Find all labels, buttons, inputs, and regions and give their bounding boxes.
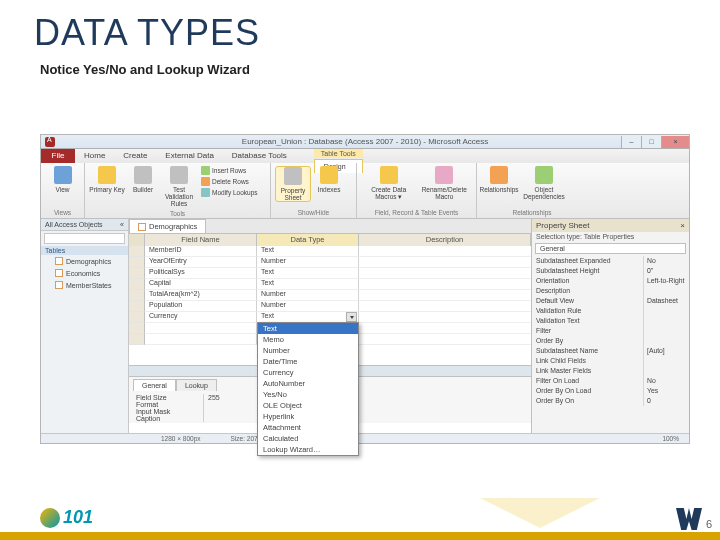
tab-file[interactable]: File <box>41 149 75 163</box>
maximize-button[interactable]: □ <box>641 136 661 148</box>
property-row[interactable]: Order By On LoadYes <box>532 386 689 396</box>
tab-create[interactable]: Create <box>114 149 156 163</box>
test-validation-button[interactable]: Test Validation Rules <box>161 166 197 207</box>
indexes-button[interactable]: Indexes <box>311 166 347 193</box>
nav-section-tables[interactable]: Tables <box>41 246 128 255</box>
description-cell[interactable] <box>359 290 531 301</box>
row-selector[interactable] <box>129 312 145 323</box>
close-button[interactable]: × <box>661 136 689 148</box>
document-tab-demographics[interactable]: Demographics <box>129 219 206 233</box>
field-name-cell[interactable]: Currency <box>145 312 257 323</box>
description-cell[interactable] <box>359 279 531 290</box>
row-selector[interactable] <box>129 301 145 312</box>
nav-search-input[interactable] <box>44 233 125 244</box>
datatype-option[interactable]: Date/Time <box>258 356 358 367</box>
field-row[interactable]: TotalArea(km^2) Number <box>129 290 531 301</box>
description-cell[interactable] <box>359 246 531 257</box>
object-dependencies-button[interactable]: Object Dependencies <box>517 166 571 200</box>
rename-delete-macro-button[interactable]: Rename/Delete Macro <box>417 166 473 200</box>
create-data-macros-button[interactable]: Create Data Macros ▾ <box>361 166 417 200</box>
ribbon-tabs: File Home Create External Data Database … <box>41 149 689 163</box>
description-cell[interactable] <box>359 312 531 323</box>
property-row[interactable]: Subdatasheet Height0" <box>532 266 689 276</box>
nav-item-economics[interactable]: Economics <box>41 267 128 279</box>
datatype-option[interactable]: Lookup Wizard… <box>258 444 358 455</box>
primary-key-button[interactable]: Primary Key <box>89 166 125 193</box>
datatype-option[interactable]: Number <box>258 345 358 356</box>
field-name-cell[interactable]: MemberID <box>145 246 257 257</box>
property-row[interactable]: Description <box>532 286 689 296</box>
row-selector[interactable] <box>129 290 145 301</box>
description-cell[interactable] <box>359 301 531 312</box>
delete-rows-button[interactable]: Delete Rows <box>201 177 258 186</box>
field-row[interactable]: Population Number <box>129 301 531 312</box>
nav-item-memberstates[interactable]: MemberStates <box>41 279 128 291</box>
property-row[interactable]: Subdatasheet ExpandedNo <box>532 256 689 266</box>
row-selector[interactable] <box>129 279 145 290</box>
datatype-option[interactable]: Calculated <box>258 433 358 444</box>
datatype-option[interactable]: AutoNumber <box>258 378 358 389</box>
property-sheet-button[interactable]: Property Sheet <box>275 166 311 202</box>
property-row[interactable]: Order By On0 <box>532 396 689 406</box>
datatype-option[interactable]: Text <box>258 323 358 334</box>
datatype-cell[interactable]: Number <box>257 257 359 268</box>
property-row[interactable]: Filter On LoadNo <box>532 376 689 386</box>
property-row[interactable]: Link Master Fields <box>532 366 689 376</box>
minimize-button[interactable]: – <box>621 136 641 148</box>
property-row[interactable]: Filter <box>532 326 689 336</box>
property-sheet-close-icon[interactable]: × <box>680 221 685 230</box>
row-selector[interactable] <box>129 257 145 268</box>
field-name-cell[interactable]: TotalArea(km^2) <box>145 290 257 301</box>
insert-rows-button[interactable]: Insert Rows <box>201 166 258 175</box>
property-row[interactable]: Validation Rule <box>532 306 689 316</box>
description-cell[interactable] <box>359 257 531 268</box>
builder-button[interactable]: Builder <box>125 166 161 193</box>
tab-home[interactable]: Home <box>75 149 114 163</box>
field-name-cell[interactable]: Capital <box>145 279 257 290</box>
datatype-cell[interactable]: Text <box>257 279 359 290</box>
description-cell[interactable] <box>359 268 531 279</box>
table-icon <box>138 223 146 231</box>
field-row[interactable]: YearOfEntry Number <box>129 257 531 268</box>
nav-header[interactable]: All Access Objects <box>45 221 103 228</box>
datatype-cell[interactable]: Text <box>257 246 359 257</box>
modify-lookups-button[interactable]: Modify Lookups <box>201 188 258 197</box>
tab-database-tools[interactable]: Database Tools <box>223 149 296 163</box>
field-name-cell[interactable]: YearOfEntry <box>145 257 257 268</box>
dropdown-button-icon[interactable] <box>346 312 357 322</box>
fp-tab-lookup[interactable]: Lookup <box>176 379 217 391</box>
datatype-option[interactable]: Currency <box>258 367 358 378</box>
datatype-option[interactable]: Yes/No <box>258 389 358 400</box>
datatype-option[interactable]: Attachment <box>258 422 358 433</box>
group-tools: Tools <box>85 210 270 218</box>
nav-item-demographics[interactable]: Demographics <box>41 255 128 267</box>
property-row[interactable]: Validation Text <box>532 316 689 326</box>
datatype-dropdown[interactable]: TextMemoNumberDate/TimeCurrencyAutoNumbe… <box>257 322 359 456</box>
row-selector[interactable] <box>129 246 145 257</box>
field-row[interactable]: PoliticalSys Text <box>129 268 531 279</box>
nav-collapse-icon[interactable]: « <box>120 221 124 228</box>
fp-tab-general[interactable]: General <box>133 379 176 391</box>
datatype-cell[interactable]: Text <box>257 268 359 279</box>
property-row[interactable]: Link Child Fields <box>532 356 689 366</box>
property-row[interactable]: OrientationLeft-to-Right <box>532 276 689 286</box>
property-row[interactable]: Subdatasheet Name[Auto] <box>532 346 689 356</box>
property-sheet-tab-general[interactable]: General <box>535 243 686 254</box>
status-dimensions: 1280 × 800px <box>161 435 201 442</box>
tab-external-data[interactable]: External Data <box>156 149 222 163</box>
datatype-option[interactable]: Hyperlink <box>258 411 358 422</box>
field-name-cell[interactable]: PoliticalSys <box>145 268 257 279</box>
relationships-button[interactable]: Relationships <box>481 166 517 193</box>
field-row[interactable]: MemberID Text <box>129 246 531 257</box>
datatype-option[interactable]: Memo <box>258 334 358 345</box>
row-selector[interactable] <box>129 268 145 279</box>
grid-header-fieldname: Field Name <box>145 234 257 246</box>
view-button[interactable]: View <box>45 166 80 193</box>
field-row[interactable]: Capital Text <box>129 279 531 290</box>
field-name-cell[interactable]: Population <box>145 301 257 312</box>
property-row[interactable]: Order By <box>532 336 689 346</box>
property-row[interactable]: Default ViewDatasheet <box>532 296 689 306</box>
datatype-cell[interactable]: Number <box>257 301 359 312</box>
datatype-cell[interactable]: Number <box>257 290 359 301</box>
datatype-option[interactable]: OLE Object <box>258 400 358 411</box>
